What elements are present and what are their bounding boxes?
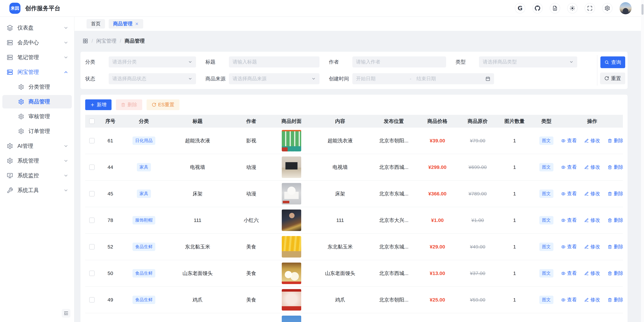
scrollbar-thumb[interactable] xyxy=(642,4,644,15)
reset-button[interactable]: 重置 xyxy=(600,73,625,84)
edit-action[interactable]: 修改 xyxy=(584,243,600,250)
sidebar-item-order-mgmt[interactable]: 订单管理 xyxy=(2,125,72,138)
row-checkbox[interactable] xyxy=(89,244,94,249)
table-row: 44 家具 电视墙 动漫 电视墙 北京市西城... ¥299.00 ¥699.0… xyxy=(85,154,623,181)
breadcrumb-parent[interactable]: 闲宝管理 xyxy=(96,38,116,45)
product-cover-image[interactable] xyxy=(282,316,301,322)
gear-icon xyxy=(18,114,24,120)
status-select[interactable]: 请选择商品状态 xyxy=(109,73,196,84)
document-icon[interactable] xyxy=(550,3,560,14)
row-checkbox[interactable] xyxy=(89,271,94,276)
row-checkbox[interactable] xyxy=(89,138,94,143)
cell-seq: 52 xyxy=(98,244,122,250)
sidebar-item-dashboard[interactable]: 仪表盘 xyxy=(2,21,72,35)
view-action[interactable]: 查看 xyxy=(562,190,577,197)
sidebar-item-xianbao[interactable]: 闲宝管理 xyxy=(2,66,72,79)
sidebar-item-system-monitor[interactable]: 系统监控 xyxy=(2,169,72,182)
row-checkbox[interactable] xyxy=(89,218,94,223)
delete-action[interactable]: 删除 xyxy=(608,270,623,277)
view-action[interactable]: 查看 xyxy=(562,164,577,171)
row-checkbox[interactable] xyxy=(89,297,94,302)
delete-action[interactable]: 删除 xyxy=(608,296,623,303)
tab-product-mgmt[interactable]: 商品管理 xyxy=(109,19,143,29)
sidebar-item-category-mgmt[interactable]: 分类管理 xyxy=(2,80,72,94)
product-cover-image[interactable] xyxy=(282,130,301,151)
delete-action[interactable]: 删除 xyxy=(608,164,623,171)
sidebar-item-member-center[interactable]: 会员中心 xyxy=(2,36,72,49)
sidebar-item-ai-mgmt[interactable]: AI管理 xyxy=(2,139,72,153)
product-cover-image[interactable] xyxy=(282,289,301,310)
product-cover-image[interactable] xyxy=(282,209,301,231)
view-action[interactable]: 查看 xyxy=(562,137,577,144)
cell-seq: 61 xyxy=(98,138,122,144)
delete-action[interactable]: 删除 xyxy=(608,190,623,197)
edit-action[interactable]: 修改 xyxy=(584,137,600,144)
edit-action[interactable]: 修改 xyxy=(584,296,600,303)
search-button[interactable]: 查询 xyxy=(600,56,625,68)
delete-action[interactable]: 删除 xyxy=(608,137,623,144)
close-icon[interactable] xyxy=(135,22,139,26)
category-select[interactable]: 请选择分类 xyxy=(109,56,196,68)
filter-divider xyxy=(597,55,598,86)
edit-action[interactable]: 修改 xyxy=(584,190,600,197)
user-avatar[interactable] xyxy=(620,2,632,14)
product-cover-image[interactable] xyxy=(282,183,301,204)
trash-icon xyxy=(608,271,612,276)
delete-button[interactable]: 删除 xyxy=(116,99,142,110)
page-scrollbar[interactable] xyxy=(641,0,644,322)
product-cover-image[interactable] xyxy=(282,236,301,257)
sidebar-item-review-mgmt[interactable]: 审核管理 xyxy=(2,110,72,123)
breadcrumb-separator: / xyxy=(92,38,93,44)
pen-icon xyxy=(584,245,589,249)
gitee-icon[interactable]: G xyxy=(515,3,525,14)
github-icon[interactable] xyxy=(532,3,543,14)
edit-action[interactable]: 修改 xyxy=(584,217,600,224)
tab-home[interactable]: 首页 xyxy=(86,19,105,29)
theme-sun-icon[interactable] xyxy=(567,3,578,14)
type-select[interactable]: 请选择商品类型 xyxy=(479,56,577,68)
sidebar-item-system-tools[interactable]: 系统工具 xyxy=(2,184,72,197)
filter-title: 标题 请输入标题 xyxy=(206,56,320,68)
settings-icon[interactable] xyxy=(602,3,612,14)
date-range-picker[interactable]: 开始日期 - 结束日期 xyxy=(352,73,494,84)
sidebar-item-system-mgmt[interactable]: 系统管理 xyxy=(2,154,72,168)
edit-action[interactable]: 修改 xyxy=(584,270,600,277)
original-price-value: ¥699.00 xyxy=(468,164,487,170)
filter-source: 商品来源 请选择商品来源 xyxy=(206,73,320,84)
source-select[interactable]: 请选择商品来源 xyxy=(229,73,320,84)
delete-action[interactable]: 删除 xyxy=(608,243,623,250)
row-checkbox[interactable] xyxy=(89,165,94,170)
tab-label: 首页 xyxy=(91,21,100,27)
row-actions: 查看 修改 删除 xyxy=(562,296,623,303)
main-area: 首页 商品管理 / 闲宝管理 / 商品管理 分类 请选择分类 xyxy=(74,17,644,322)
es-reset-button[interactable]: ES重置 xyxy=(146,99,180,110)
sidebar-collapse-button[interactable] xyxy=(62,309,70,318)
product-cover-image[interactable] xyxy=(282,262,301,284)
pen-icon xyxy=(584,271,589,276)
view-action[interactable]: 查看 xyxy=(562,296,577,303)
price-value: ¥366.00 xyxy=(428,191,446,197)
product-cover-image[interactable] xyxy=(282,156,301,178)
cell-author: 美食 xyxy=(230,270,273,277)
filter-label: 状态 xyxy=(85,75,109,82)
author-input[interactable]: 请输入作者 xyxy=(352,56,446,68)
add-button[interactable]: 新增 xyxy=(85,99,112,110)
app-header: 来因 创作服务平台 G xyxy=(0,0,644,17)
fullscreen-icon[interactable] xyxy=(585,3,595,14)
filter-panel: 分类 请选择分类 标题 请输入标题 作者 请输入作者 xyxy=(80,52,628,89)
view-action[interactable]: 查看 xyxy=(562,243,577,250)
sidebar-item-product-mgmt[interactable]: 商品管理 xyxy=(2,95,72,108)
sidebar-item-notes[interactable]: 笔记管理 xyxy=(2,51,72,64)
select-all-checkbox[interactable] xyxy=(89,119,94,124)
edit-action[interactable]: 修改 xyxy=(584,164,600,171)
grid-icon[interactable] xyxy=(82,38,88,44)
view-action[interactable]: 查看 xyxy=(562,270,577,277)
add-button-label: 新增 xyxy=(97,101,106,108)
row-checkbox[interactable] xyxy=(89,191,94,196)
app-logo[interactable]: 来因 xyxy=(10,3,20,14)
type-tag: 图文 xyxy=(539,296,554,304)
title-input[interactable]: 请输入标题 xyxy=(229,56,320,68)
delete-action[interactable]: 删除 xyxy=(608,217,623,224)
view-action[interactable]: 查看 xyxy=(562,217,577,224)
page-content: / 闲宝管理 / 商品管理 分类 请选择分类 标题 请输入标题 xyxy=(74,31,644,322)
